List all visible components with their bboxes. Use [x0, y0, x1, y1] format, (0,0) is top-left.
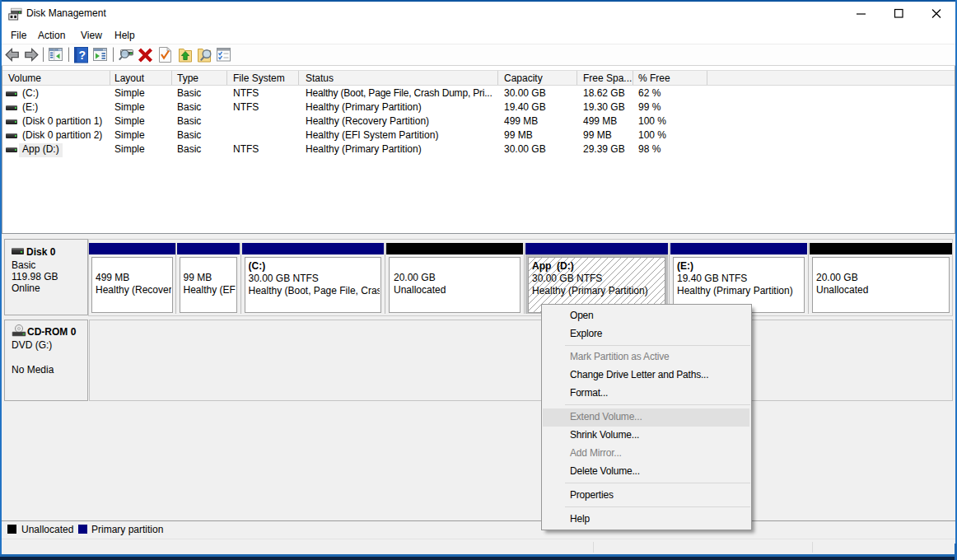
svg-text:?: ? [79, 49, 86, 62]
